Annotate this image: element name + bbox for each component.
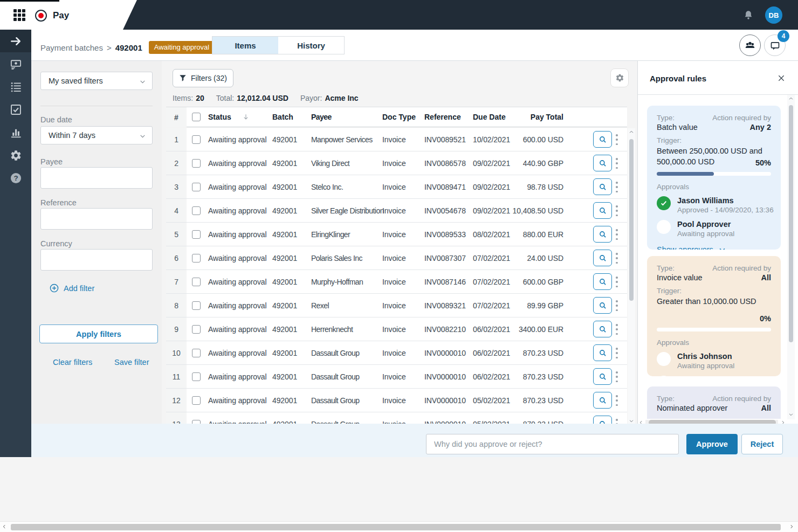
reject-button[interactable]: Reject: [741, 434, 783, 454]
row-pay-total: 10,408.50 USD: [513, 199, 563, 222]
comment-input[interactable]: [426, 434, 679, 454]
row-payee: Manpower Services: [311, 128, 373, 151]
view-item-button[interactable]: [593, 297, 612, 314]
row-checkbox[interactable]: [192, 389, 201, 412]
action-label: Action required by: [712, 395, 771, 403]
row-menu-button[interactable]: [615, 277, 619, 287]
select-all-checkbox[interactable]: [192, 107, 201, 127]
col-reference[interactable]: Reference: [424, 107, 461, 127]
row-status: Awaiting approval: [208, 389, 267, 412]
row-menu-button[interactable]: [615, 253, 619, 264]
tab-items[interactable]: Items: [212, 37, 278, 54]
row-pay-total: 600.00 USD: [523, 128, 563, 151]
filters-button[interactable]: Filters (32): [173, 69, 233, 87]
view-item-button[interactable]: [593, 416, 612, 424]
table-row: 7Awaiting approval492001Murphy-HoffmanIn…: [166, 270, 627, 294]
row-menu-button[interactable]: [615, 324, 619, 335]
user-avatar[interactable]: DB: [765, 6, 782, 24]
view-item-button[interactable]: [593, 155, 612, 171]
view-item-button[interactable]: [593, 178, 612, 195]
row-checkbox[interactable]: [192, 365, 201, 388]
view-item-button[interactable]: [593, 321, 612, 337]
view-item-button[interactable]: [593, 250, 612, 266]
row-menu-button[interactable]: [615, 300, 619, 311]
currency-input[interactable]: [40, 249, 153, 271]
col-doc-type[interactable]: Doc Type: [382, 107, 416, 127]
row-status: Awaiting approval: [208, 175, 267, 198]
clear-filters-link[interactable]: Clear filters: [53, 358, 92, 367]
row-batch: 492001: [272, 128, 297, 151]
row-reference: INV0000010: [424, 341, 466, 364]
view-item-button[interactable]: [593, 131, 612, 148]
row-checkbox[interactable]: [192, 151, 201, 175]
view-item-button[interactable]: [593, 368, 612, 385]
row-checkbox[interactable]: [192, 223, 201, 246]
row-checkbox[interactable]: [192, 199, 201, 222]
row-checkbox[interactable]: [192, 341, 201, 364]
col-due-date[interactable]: Due Date: [473, 107, 506, 127]
view-item-button[interactable]: [593, 226, 612, 243]
apply-filters-button[interactable]: Apply filters: [39, 324, 158, 343]
panel-scrollbar-vertical[interactable]: [787, 95, 795, 419]
due-date-select[interactable]: Within 7 days: [40, 126, 153, 144]
tab-history[interactable]: History: [278, 37, 344, 54]
apps-grid-icon[interactable]: [13, 9, 25, 21]
sidebar-item-batches[interactable]: [0, 75, 31, 98]
save-filter-link[interactable]: Save filter: [114, 358, 149, 367]
show-approvers-link[interactable]: Show approvers: [657, 245, 771, 250]
row-checkbox[interactable]: [192, 412, 201, 424]
page-scrollbar[interactable]: [0, 521, 798, 532]
row-menu-button[interactable]: [615, 419, 619, 424]
participants-button[interactable]: [739, 34, 761, 56]
approval-rules-panel: Approval rules Type:Action required byBa…: [638, 61, 798, 424]
row-checkbox[interactable]: [192, 317, 201, 341]
table-settings-button[interactable]: [610, 68, 629, 87]
row-menu-button[interactable]: [615, 205, 619, 216]
reference-input[interactable]: [40, 208, 153, 230]
table-row: 11Awaiting approval492001Dassault GroupI…: [166, 365, 627, 389]
row-doc-type: Invoice: [382, 294, 406, 317]
row-checkbox[interactable]: [192, 294, 201, 317]
sidebar-item-settings[interactable]: [0, 144, 31, 167]
view-item-button[interactable]: [593, 273, 612, 290]
col-payee[interactable]: Payee: [311, 107, 332, 127]
view-item-button[interactable]: [593, 344, 612, 361]
add-filter-link[interactable]: Add filter: [50, 284, 94, 293]
approver-status: Approved - 14/09/2020, 13:36: [677, 205, 774, 215]
row-checkbox[interactable]: [192, 246, 201, 270]
sidebar-item-reports[interactable]: [0, 121, 31, 144]
pending-circle-icon: [657, 352, 671, 366]
row-checkbox[interactable]: [192, 128, 201, 151]
row-menu-button[interactable]: [615, 229, 619, 240]
sort-desc-icon[interactable]: [242, 107, 250, 127]
approve-button[interactable]: Approve: [686, 434, 738, 454]
row-menu-button[interactable]: [615, 158, 619, 169]
row-status: Awaiting approval: [208, 270, 267, 293]
saved-filters-select[interactable]: My saved filters: [40, 72, 153, 90]
payee-input[interactable]: [40, 167, 153, 189]
row-menu-button[interactable]: [615, 134, 619, 145]
row-payee: Dassault Group: [311, 389, 360, 412]
row-menu-button[interactable]: [615, 182, 619, 192]
view-item-button[interactable]: [593, 202, 612, 219]
breadcrumb-root[interactable]: Payment batches: [40, 43, 103, 52]
col-status[interactable]: Status: [208, 107, 231, 127]
row-checkbox[interactable]: [192, 175, 201, 198]
view-item-button[interactable]: [593, 392, 612, 409]
col-batch[interactable]: Batch: [272, 107, 293, 127]
sidebar-item-payments[interactable]: [0, 52, 31, 75]
row-reference: INV0089521: [424, 128, 466, 151]
type-label: Type:: [657, 395, 675, 403]
close-panel-icon[interactable]: [777, 74, 786, 82]
row-menu-button[interactable]: [615, 395, 619, 406]
sidebar-item-approvals[interactable]: [0, 98, 31, 121]
row-checkbox[interactable]: [192, 270, 201, 293]
notifications-bell-icon[interactable]: [742, 9, 754, 21]
sidebar-item-help[interactable]: ?: [0, 167, 31, 189]
table-scrollbar[interactable]: [628, 128, 635, 426]
col-pay-total[interactable]: Pay Total: [531, 107, 563, 127]
row-doc-type: Invoice: [382, 246, 406, 270]
row-menu-button[interactable]: [615, 371, 619, 382]
row-menu-button[interactable]: [615, 348, 619, 358]
sidebar-item-expand[interactable]: [0, 30, 31, 52]
